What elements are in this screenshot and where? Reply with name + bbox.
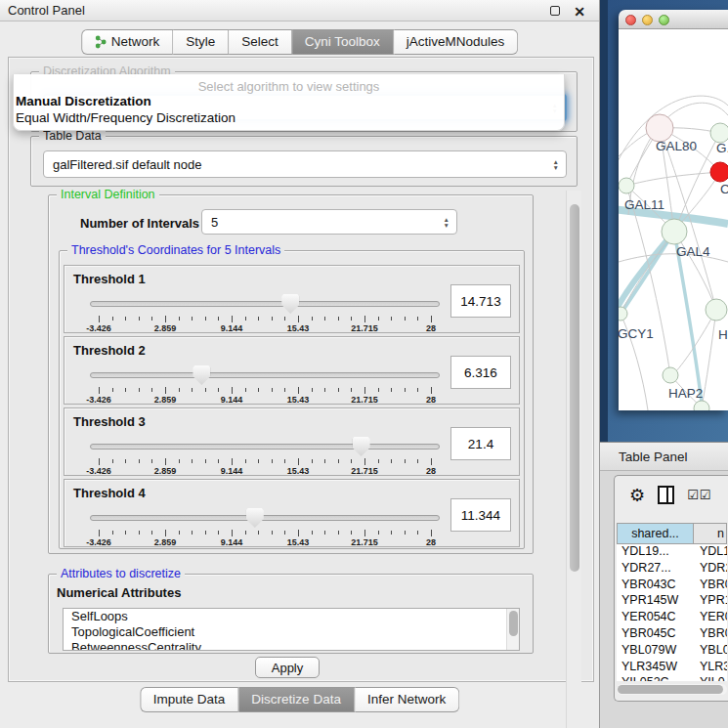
attributes-scrollbar-thumb[interactable]: [509, 611, 518, 636]
threshold-slider[interactable]: -3.4262.8599.14415.4321.71528: [90, 293, 440, 332]
network-node[interactable]: [662, 219, 687, 244]
slider-tick: [351, 388, 352, 392]
float-window-icon[interactable]: [550, 6, 560, 16]
network-node[interactable]: [710, 123, 728, 143]
dropdown-item[interactable]: Equal Width/Frequency Discretization: [14, 110, 564, 127]
network-node[interactable]: [619, 178, 634, 193]
panel-vertical-scrollbar[interactable]: [566, 191, 581, 728]
table-row[interactable]: YBL079WYBL0: [617, 643, 727, 660]
cell-shared-name: YLR345W: [617, 660, 694, 676]
cell-name: YBL0: [694, 643, 727, 660]
network-node[interactable]: [619, 307, 627, 321]
slider-tick-label: 21.715: [343, 323, 386, 333]
table-row[interactable]: YIL052CYIL0: [617, 675, 727, 681]
gear-icon[interactable]: ⚙: [629, 485, 645, 505]
slider-thumb[interactable]: [193, 365, 210, 385]
tab-jactivemnodules[interactable]: jActiveMNodules: [394, 29, 519, 55]
network-graph: GAL80G.CGAL11GAL4GCY1HHAP2: [619, 29, 728, 410]
table-hscrollbar-thumb[interactable]: [618, 685, 723, 694]
apply-button[interactable]: Apply: [255, 657, 320, 678]
threshold-panel: Threshold 1 -3.4262.8599.14415.4321.7152…: [64, 265, 520, 333]
tab-style[interactable]: Style: [173, 29, 229, 55]
slider-tick: [112, 531, 113, 535]
panel-scrollbar-thumb[interactable]: [570, 204, 579, 572]
tab-network[interactable]: Network: [81, 29, 174, 55]
slider-tick: [258, 388, 259, 392]
network-node-label: G.: [716, 141, 728, 155]
network-window-titlebar: [619, 10, 728, 29]
network-node[interactable]: [706, 299, 727, 321]
attribute-item[interactable]: TopologicalCoefficient: [64, 624, 519, 640]
network-node[interactable]: [646, 114, 673, 142]
number-of-intervals-label: Number of Intervals: [80, 216, 199, 231]
column-header-shared[interactable]: shared...: [617, 523, 694, 544]
attribute-item[interactable]: SelfLoops: [64, 609, 519, 624]
network-background: GAL80G.CGAL11GAL4GCY1HHAP2: [600, 0, 728, 442]
table-row[interactable]: YLR345WYLR3: [617, 660, 727, 676]
table-row[interactable]: YDL19...YDL1: [617, 544, 727, 561]
zoom-traffic-light-icon[interactable]: [659, 15, 669, 25]
slider-tick: [165, 316, 166, 322]
threshold-value-field[interactable]: 11.344: [450, 498, 511, 532]
attribute-item[interactable]: BetweennessCentrality: [64, 640, 519, 651]
slider-tick: [405, 388, 406, 392]
slider-tick: [351, 531, 352, 535]
threshold-slider[interactable]: -3.4262.8599.14415.4321.71528: [90, 364, 440, 404]
network-canvas[interactable]: GAL80G.CGAL11GAL4GCY1HHAP2: [619, 29, 728, 410]
network-node[interactable]: [710, 162, 728, 182]
close-icon[interactable]: ✕: [574, 1, 585, 22]
columns-icon[interactable]: [658, 486, 674, 504]
table-data-group: Table Data galFiltered.sif default node …: [30, 136, 578, 187]
slider-tick: [165, 387, 166, 394]
slider-tick: [338, 317, 339, 321]
slider-tick: [125, 388, 126, 392]
number-of-intervals-combobox[interactable]: 5 ▲▼: [201, 209, 457, 235]
table-row[interactable]: YER054CYER0: [617, 610, 727, 626]
column-header-name[interactable]: n: [694, 523, 727, 544]
threshold-value-field[interactable]: 21.4: [450, 427, 511, 460]
network-edge-thick: [621, 232, 674, 314]
table-row[interactable]: YBR045CYBR0: [617, 626, 727, 643]
table-data-combobox[interactable]: galFiltered.sif default node ▲▼: [43, 150, 567, 178]
numerical-attributes-list[interactable]: SelfLoopsTopologicalCoefficientBetweenne…: [63, 608, 520, 651]
tab-infer-network[interactable]: Infer Network: [355, 687, 459, 712]
checkbox-icons[interactable]: ☑☑: [687, 488, 711, 502]
minimize-traffic-light-icon[interactable]: [642, 15, 653, 25]
top-tab-bar: NetworkStyleSelectCyni ToolboxjActiveMNo…: [81, 29, 519, 55]
slider-thumb[interactable]: [353, 437, 370, 456]
slider-track[interactable]: [90, 444, 440, 450]
slider-track[interactable]: [90, 301, 440, 307]
table-row[interactable]: YBR043CYBR0: [617, 578, 727, 594]
dropdown-item[interactable]: Manual Discretization: [14, 94, 564, 110]
tab-cyni-toolbox[interactable]: Cyni Toolbox: [292, 29, 394, 55]
table-row[interactable]: YPR145WYPR1: [617, 593, 727, 610]
slider-track[interactable]: [90, 372, 440, 378]
table-horizontal-scrollbar[interactable]: [617, 684, 727, 695]
slider-track[interactable]: [90, 515, 440, 521]
slider-tick: [139, 388, 140, 392]
close-traffic-light-icon[interactable]: [625, 15, 636, 25]
attributes-scrollbar[interactable]: [506, 609, 519, 650]
slider-thumb[interactable]: [281, 294, 299, 314]
threshold-value-field[interactable]: 6.316: [450, 356, 511, 389]
network-icon: [95, 35, 107, 49]
slider-thumb[interactable]: [246, 508, 264, 528]
threshold-value-field[interactable]: 14.713: [450, 284, 511, 318]
tab-impute-data[interactable]: Impute Data: [140, 687, 239, 712]
slider-tick: [192, 388, 193, 392]
slider-tick-label: -3.426: [77, 466, 120, 476]
tab-select[interactable]: Select: [229, 29, 292, 55]
threshold-panel: Threshold 2 -3.4262.8599.14415.4321.7152…: [64, 336, 520, 405]
network-node[interactable]: [663, 367, 678, 383]
algorithm-dropdown-popup: Select algorithm to view settings Manual…: [13, 74, 565, 131]
table-rows: YDL19...YDL1YDR27...YDR2YBR043CYBR0YPR14…: [617, 544, 727, 681]
tab-discretize-data[interactable]: Discretize Data: [238, 687, 355, 712]
slider-tick: [112, 317, 113, 321]
threshold-slider[interactable]: -3.4262.8599.14415.4321.71528: [90, 436, 440, 475]
table-row[interactable]: YDR27...YDR2: [617, 561, 727, 578]
slider-tick: [378, 317, 379, 321]
slider-tick: [391, 531, 392, 535]
slider-tick: [378, 531, 379, 535]
threshold-slider[interactable]: -3.4262.8599.14415.4321.71528: [90, 507, 440, 546]
network-node-label: HAP2: [668, 386, 703, 401]
